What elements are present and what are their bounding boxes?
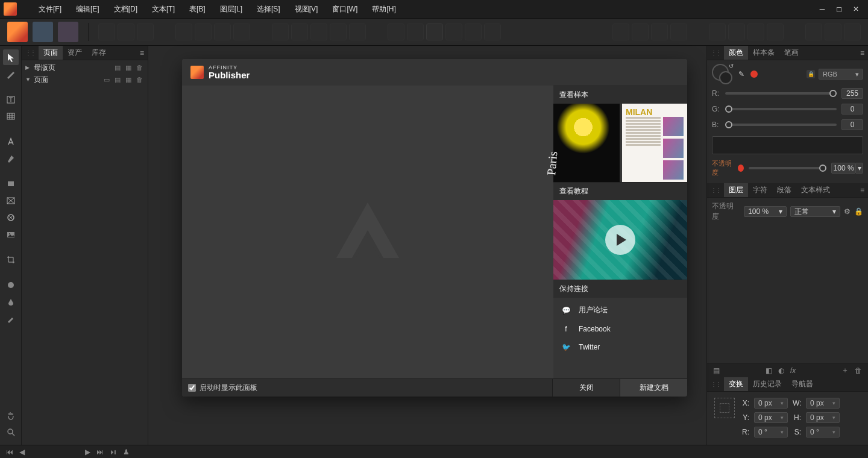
toolbar-button[interactable] [728,24,745,40]
blend-mode-dropdown[interactable]: 正常▾ [790,206,840,217]
menu-view[interactable]: 视图[V] [288,0,326,18]
checkbox[interactable] [188,384,196,392]
s-value[interactable]: 0 °▾ [806,427,840,438]
toolbar-button[interactable] [445,24,462,40]
fx-icon[interactable]: fx [790,366,796,375]
anchor-picker[interactable] [714,398,735,418]
panel-grip[interactable]: ⋮⋮ [707,49,724,56]
menu-text[interactable]: 文本[T] [145,0,182,18]
menu-table[interactable]: 表[B] [182,0,213,18]
tab-history[interactable]: 历史记录 [748,377,787,391]
toolbar-button[interactable] [632,24,649,40]
tool-crop[interactable] [3,252,19,268]
persona-publisher[interactable] [7,22,28,42]
delete-icon[interactable]: 🗑 [134,63,144,72]
tool-node[interactable] [3,66,19,82]
toolbar-button[interactable] [709,24,726,40]
slider-r[interactable] [725,92,837,95]
value-g[interactable]: 0 [841,104,863,114]
tab-swatches[interactable]: 样本条 [748,46,779,60]
toolbar-button[interactable] [612,24,629,40]
fill-stroke-swatch[interactable]: ↺ [712,64,732,84]
lock-icon[interactable]: 🔒 [807,70,815,78]
panel-menu-icon[interactable]: ≡ [857,186,868,195]
tool-hand[interactable] [3,407,19,423]
link-forum[interactable]: 💬 用户论坛 [553,300,687,320]
samples-thumbnail[interactable]: MILAN [553,104,687,182]
value-b[interactable]: 0 [841,119,863,130]
add-layer-icon[interactable]: ＋ [841,365,849,375]
toolbar-button[interactable] [137,24,154,40]
window-minimize[interactable]: ─ [814,0,831,18]
toolbar-button[interactable] [349,24,366,40]
toolbar-button[interactable] [670,24,687,40]
tool-text-frame[interactable] [3,92,19,107]
tab-color[interactable]: 颜色 [724,46,748,60]
tab-paragraph[interactable]: 段落 [772,183,796,197]
toolbar-button[interactable] [407,24,424,40]
layers-stack-icon[interactable]: ▤ [713,366,720,375]
nav-prev-icon[interactable]: ◀ [19,448,25,456]
tree-row-pages[interactable]: ▼ 页面 ▭ ▤ ▦ 🗑 [22,74,148,86]
y-value[interactable]: 0 px▾ [754,412,788,423]
panel-menu-icon[interactable]: ≡ [857,49,868,57]
toolbar-button[interactable] [767,24,784,40]
spread-icon[interactable]: ▭ [102,75,112,84]
tutorials-thumbnail[interactable] [553,200,687,280]
persona-designer[interactable] [33,22,53,42]
color-mode-dropdown[interactable]: RGB▾ [819,69,863,80]
toolbar-button[interactable] [118,24,134,40]
toolbar-button[interactable] [484,24,501,40]
toolbar-button[interactable] [175,24,192,40]
link-twitter[interactable]: 🐦 Twitter [553,338,687,356]
toolbar-button[interactable] [195,24,212,40]
opacity-value[interactable]: 100 % [831,163,856,174]
window-maximize[interactable]: ◻ [831,0,848,18]
toolbar-button[interactable] [272,24,289,40]
toolbar-button[interactable] [98,24,115,40]
toolbar-button[interactable] [310,24,327,40]
mask-icon[interactable]: ◧ [766,366,772,375]
h-value[interactable]: 0 px▾ [806,412,840,423]
opacity-dropdown[interactable]: ▾ [856,163,863,174]
menu-file[interactable]: 文件[F] [31,0,69,18]
close-button[interactable]: 关闭 [552,379,620,397]
menu-layer[interactable]: 图层[L] [213,0,250,18]
new-document-button[interactable]: 新建文档 [620,379,687,397]
tool-transparency[interactable] [3,294,19,310]
tool-move[interactable] [3,49,19,65]
tab-stock[interactable]: 库存 [87,46,111,60]
tab-pages[interactable]: 页面 [39,46,63,60]
panel-menu-icon[interactable]: ≡ [136,49,148,57]
menu-select[interactable]: 选择[S] [250,0,288,18]
gear-icon[interactable]: ⚙ [844,207,851,216]
tab-navigator[interactable]: 导航器 [787,377,818,391]
thumbnail-view-icon[interactable]: ▦ [124,75,133,84]
toolbar-button[interactable] [214,24,231,40]
opacity-slider[interactable] [749,167,826,169]
r-value[interactable]: 0 °▾ [754,427,788,438]
toolbar-button[interactable] [844,24,861,40]
tool-picture-frame[interactable] [3,193,19,209]
tree-expand-icon[interactable]: ▶ [25,64,31,71]
tab-layers[interactable]: 图层 [724,183,748,197]
tool-color-picker[interactable] [3,311,19,327]
eyedropper-icon[interactable]: ✎ [738,70,744,78]
toolbar-button[interactable] [805,24,822,40]
toolbar-button[interactable] [651,24,668,40]
tab-assets[interactable]: 资产 [63,46,87,60]
window-close[interactable]: ✕ [848,0,864,18]
tool-table[interactable] [3,108,19,124]
toolbar-button[interactable] [465,24,482,40]
panel-grip[interactable]: ⋮⋮ [707,187,724,193]
toolbar-button[interactable] [330,24,347,40]
value-r[interactable]: 255 [841,88,863,99]
person-icon[interactable]: ♟ [123,448,130,456]
tab-textstyles[interactable]: 文本样式 [796,183,835,197]
w-value[interactable]: 0 px▾ [806,398,840,409]
lock-icon[interactable]: 🔒 [854,207,863,216]
tool-ellipse[interactable] [3,210,19,225]
adjustment-icon[interactable]: ◐ [778,366,784,375]
persona-photo[interactable] [58,22,78,42]
nav-first-icon[interactable]: ⏮ [6,448,13,456]
